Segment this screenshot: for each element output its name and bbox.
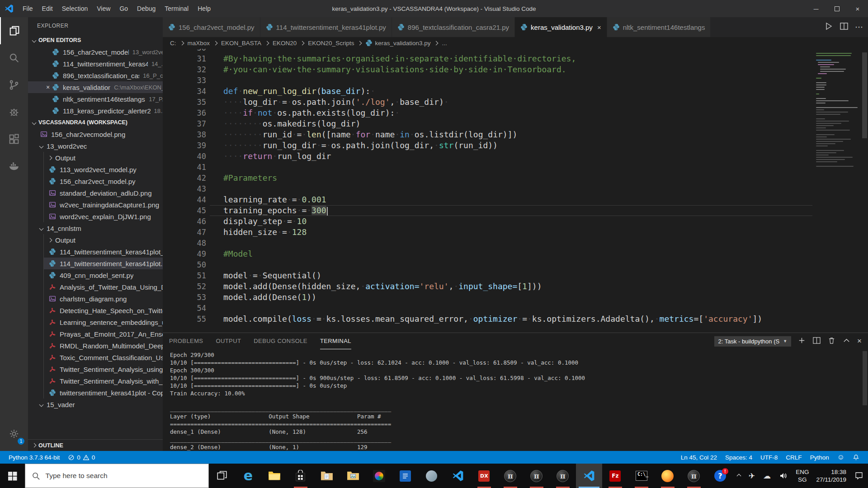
more-actions-icon[interactable]: ⋯ — [855, 22, 863, 32]
line-number[interactable]: 52 — [163, 281, 210, 292]
tab-nltk-sentiment146testlangs[interactable]: nltk_sentiment146testlangs — [607, 17, 711, 37]
line-number[interactable]: 41 — [163, 162, 210, 173]
code-line[interactable]: 55model.compile(loss·=·ks.losses.mean_sq… — [163, 314, 812, 324]
tree-folder[interactable]: 15_vader — [28, 399, 163, 410]
code-line[interactable]: 47hidden_size·=·128 — [163, 227, 812, 238]
activity-debug-icon[interactable] — [0, 99, 28, 126]
breadcrumb-item[interactable]: EKON20_Scripts — [307, 40, 355, 47]
code-line[interactable]: 30 — [163, 49, 812, 53]
code-line[interactable]: 48 — [163, 238, 812, 249]
terminal-scrollbar[interactable] — [863, 351, 867, 405]
breadcrumb-item[interactable]: EKON_BASTA — [220, 40, 262, 47]
tree-file[interactable]: 113_word2vect_model.py — [43, 164, 163, 175]
open-editor-item[interactable]: 114_twittersentiment_keras41plot.py14_..… — [28, 58, 163, 70]
python-interpreter[interactable]: Python 3.7.3 64-bit — [5, 451, 64, 464]
terminal-selector[interactable]: 2: Task - buildpython (S▼ — [714, 336, 792, 347]
tree-folder[interactable]: Output — [43, 234, 163, 246]
breadcrumb-item[interactable]: EKON20 — [272, 40, 297, 47]
help-app-icon[interactable]: ?! — [707, 464, 733, 488]
line-number[interactable]: 45 — [163, 205, 210, 216]
pi-app-icon-1[interactable]: π — [497, 464, 524, 488]
line-number[interactable]: 47 — [163, 227, 210, 238]
activity-search-icon[interactable] — [0, 44, 28, 71]
breadcrumb-symbol[interactable]: ... — [441, 40, 448, 47]
task-view-icon[interactable] — [209, 464, 235, 488]
line-number[interactable]: 50 — [163, 259, 210, 270]
vscode-icon[interactable] — [445, 464, 471, 488]
tree-file[interactable]: 114_twittersentiment_keras41plot.py — [43, 258, 163, 269]
maximize-icon[interactable] — [826, 0, 847, 17]
microsoft-store-icon[interactable] — [288, 464, 314, 488]
line-number[interactable]: 42 — [163, 173, 210, 183]
code-line[interactable]: 53model.add(Dense(1)) — [163, 292, 812, 303]
action-center-icon[interactable] — [850, 464, 868, 488]
vscode-active-icon[interactable] — [576, 464, 602, 488]
panel-tab-problems[interactable]: PROBLEMS — [169, 333, 203, 349]
tree-file[interactable]: w2vec_trainingdataCapture1.png — [43, 199, 163, 211]
code-line[interactable]: 39········run_log_dir·=·os.path.join(log… — [163, 140, 812, 151]
minimize-icon[interactable]: ─ — [806, 0, 826, 17]
line-number[interactable]: 49 — [163, 249, 210, 259]
menu-edit[interactable]: Edit — [38, 5, 57, 12]
notifications-bell-icon[interactable] — [849, 451, 863, 464]
clock[interactable]: 18:3827/11/2019 — [812, 464, 850, 488]
menu-file[interactable]: File — [18, 5, 38, 12]
line-number[interactable]: 36 — [163, 108, 210, 118]
code-line[interactable]: 31#By·having·the·summaries·organised·in·… — [163, 53, 812, 64]
line-number[interactable]: 40 — [163, 151, 210, 162]
gray-app-icon[interactable] — [419, 464, 445, 488]
split-terminal-icon[interactable] — [812, 336, 821, 347]
line-number[interactable]: 51 — [163, 270, 210, 281]
code-line[interactable]: 54 — [163, 303, 812, 314]
tree-file[interactable]: RMDL_Random_Multimodel_Deep_Learni... — [43, 340, 163, 352]
problems-status[interactable]: 0 0 — [64, 451, 99, 464]
scrollbar-thumb[interactable] — [862, 52, 867, 138]
eol-sequence[interactable]: CRLF — [782, 451, 806, 464]
split-editor-icon[interactable] — [840, 22, 849, 33]
code-editor[interactable]: 3031#By·having·the·summaries·organised·i… — [163, 49, 812, 333]
line-number[interactable]: 39 — [163, 140, 210, 151]
line-number[interactable]: 37 — [163, 118, 210, 129]
dx-app-icon[interactable]: DX — [471, 464, 497, 488]
line-number[interactable]: 31 — [163, 53, 210, 64]
open-editor-item[interactable]: nltk_sentiment146testlangsim45.py17_P... — [28, 93, 163, 105]
line-number[interactable]: 44 — [163, 194, 210, 205]
code-line[interactable]: 41 — [163, 162, 812, 173]
tree-file[interactable]: Analysis_of_Twitter_Data_Using_Deep_Lea.… — [43, 281, 163, 293]
terminal-app-icon[interactable]: C:\_ — [628, 464, 655, 488]
documents-folder-icon[interactable] — [314, 464, 340, 488]
tree-file[interactable]: standard_deviation_adluD.png — [43, 187, 163, 199]
language-indicator[interactable]: ENGSG — [792, 464, 812, 488]
photos-app-icon[interactable] — [366, 464, 392, 488]
line-number[interactable]: 48 — [163, 238, 210, 249]
panel-tab-terminal[interactable]: TERMINAL — [320, 333, 351, 349]
breadcrumb-item[interactable]: maXbox — [187, 40, 211, 47]
tree-file[interactable]: Twitter_Sentiment_Analysis_using_combi..… — [43, 363, 163, 375]
tree-file[interactable]: Detecting_Hate_Speech_on_Twitter_Using..… — [43, 305, 163, 316]
open-editor-item[interactable]: 896_textclassification_casra21.py16_P_cl… — [28, 70, 163, 81]
code-line[interactable]: 34def·new_run_log_dir(base_dir):· — [163, 86, 812, 97]
start-button[interactable] — [0, 464, 25, 488]
cursor-position[interactable]: Ln 45, Col 22 — [677, 451, 721, 464]
editor-scrollbar[interactable] — [861, 49, 868, 333]
code-line[interactable]: 38········run_id·=·len([name·for·name·in… — [163, 129, 812, 140]
code-line[interactable]: 35····log_dir·=·os.path.join('./log',·ba… — [163, 97, 812, 108]
breadcrumb-file[interactable]: keras_validation3.py — [364, 39, 431, 47]
menu-terminal[interactable]: Terminal — [160, 5, 193, 12]
line-number[interactable]: 35 — [163, 97, 210, 108]
code-line[interactable]: 50 — [163, 259, 812, 270]
pi-app-icon-4[interactable]: π — [681, 464, 707, 488]
close-panel-icon[interactable]: × — [857, 337, 862, 346]
line-number[interactable]: 38 — [163, 129, 210, 140]
line-number[interactable]: 34 — [163, 86, 210, 97]
tree-file[interactable]: word2vec_explain_DjJW1.png — [43, 211, 163, 222]
outline-header[interactable]: OUTLINE — [28, 439, 163, 451]
tree-file[interactable]: 114_twittersentiment_keras41plot_testuni… — [43, 246, 163, 258]
onedrive-cloud-icon[interactable]: ☁ — [759, 464, 775, 488]
close-icon[interactable]: × — [597, 23, 601, 31]
menu-debug[interactable]: Debug — [132, 5, 160, 12]
minimap[interactable] — [812, 49, 861, 333]
code-line[interactable]: 37········os.makedirs(log_dir) — [163, 118, 812, 129]
tab-114-twittersentiment-keras41plot-py[interactable]: 114_twittersentiment_keras41plot.py — [260, 17, 392, 37]
encoding[interactable]: UTF-8 — [756, 451, 782, 464]
